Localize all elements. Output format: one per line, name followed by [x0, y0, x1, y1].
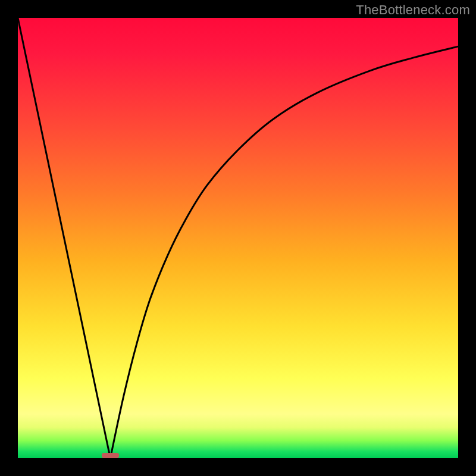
plot-area [18, 18, 458, 458]
optimum-notch [102, 453, 120, 458]
watermark-text: TheBottleneck.com [356, 2, 470, 18]
curve-path [18, 18, 458, 458]
bottleneck-curve [18, 18, 458, 458]
chart-frame: TheBottleneck.com [0, 0, 476, 476]
